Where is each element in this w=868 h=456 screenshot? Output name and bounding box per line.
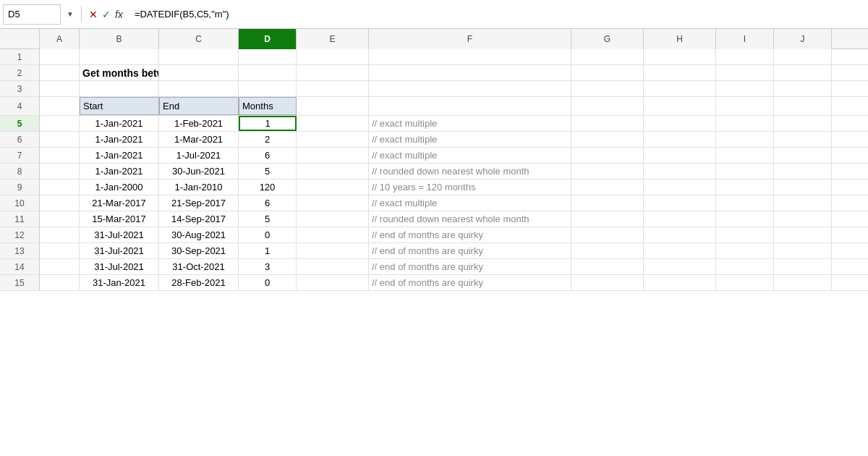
cell-c4-header[interactable]: End (159, 97, 239, 115)
cell-i14[interactable] (716, 259, 774, 274)
cell-f8-comment[interactable]: // rounded down nearest whole month (369, 164, 571, 179)
cell-j9[interactable] (774, 180, 832, 195)
cell-c2[interactable] (159, 65, 239, 80)
cell-j2[interactable] (774, 65, 832, 80)
cell-j10[interactable] (774, 195, 832, 211)
cell-b11[interactable]: 15-Mar-2017 (80, 211, 159, 227)
cell-h2[interactable] (644, 65, 716, 80)
cell-g3[interactable] (571, 81, 644, 96)
cell-d3[interactable] (239, 81, 297, 96)
cell-f11-comment[interactable]: // rounded down nearest whole month (369, 211, 571, 227)
cell-i10[interactable] (716, 195, 774, 211)
cell-b7[interactable]: 1-Jan-2021 (80, 148, 159, 163)
cell-a6[interactable] (40, 132, 80, 147)
cell-d12[interactable]: 0 (239, 227, 297, 242)
cell-d6[interactable]: 2 (239, 132, 297, 147)
cell-h3[interactable] (644, 81, 716, 96)
cell-d5-active[interactable]: 1 (239, 116, 297, 131)
cell-d10[interactable]: 6 (239, 195, 297, 211)
cell-h4[interactable] (644, 97, 716, 115)
cell-d14[interactable]: 3 (239, 259, 297, 274)
cell-j8[interactable] (774, 164, 832, 179)
cell-f5-comment[interactable]: // exact multiple (369, 116, 571, 131)
cell-i1[interactable] (716, 49, 774, 64)
cell-j11[interactable] (774, 211, 832, 227)
cell-j1[interactable] (774, 49, 832, 64)
cell-g15[interactable] (571, 275, 644, 290)
cell-g6[interactable] (571, 132, 644, 147)
cancel-formula-icon[interactable]: ✕ (89, 9, 98, 20)
cell-d15[interactable]: 0 (239, 275, 297, 290)
cell-b5[interactable]: 1-Jan-2021 (80, 116, 159, 131)
cell-a7[interactable] (40, 148, 80, 163)
cell-a11[interactable] (40, 211, 80, 227)
cell-c11[interactable]: 14-Sep-2017 (159, 211, 239, 227)
cell-a13[interactable] (40, 243, 80, 258)
cell-a12[interactable] (40, 227, 80, 242)
cell-a8[interactable] (40, 164, 80, 179)
cell-b4-header[interactable]: Start (80, 97, 159, 115)
cell-g13[interactable] (571, 243, 644, 258)
cell-i13[interactable] (716, 243, 774, 258)
cell-f2[interactable] (369, 65, 571, 80)
confirm-formula-icon[interactable]: ✓ (102, 9, 111, 20)
cell-a14[interactable] (40, 259, 80, 274)
cell-c6[interactable]: 1-Mar-2021 (159, 132, 239, 147)
cell-b1[interactable] (80, 49, 159, 64)
cell-g12[interactable] (571, 227, 644, 242)
col-header-b[interactable]: B (80, 29, 159, 49)
cell-h14[interactable] (644, 259, 716, 274)
cell-e6[interactable] (297, 132, 369, 147)
cell-c5[interactable]: 1-Feb-2021 (159, 116, 239, 131)
cell-f1[interactable] (369, 49, 571, 64)
cell-b9[interactable]: 1-Jan-2000 (80, 180, 159, 195)
cell-j3[interactable] (774, 81, 832, 96)
cell-e13[interactable] (297, 243, 369, 258)
cell-i6[interactable] (716, 132, 774, 147)
cell-c3[interactable] (159, 81, 239, 96)
cell-g5[interactable] (571, 116, 644, 131)
cell-h15[interactable] (644, 275, 716, 290)
cell-b12[interactable]: 31-Jul-2021 (80, 227, 159, 242)
cell-d9[interactable]: 120 (239, 180, 297, 195)
cell-h7[interactable] (644, 148, 716, 163)
cell-a4[interactable] (40, 97, 80, 115)
cell-e5[interactable] (297, 116, 369, 131)
cell-i8[interactable] (716, 164, 774, 179)
cell-i3[interactable] (716, 81, 774, 96)
cell-j6[interactable] (774, 132, 832, 147)
cell-d8[interactable]: 5 (239, 164, 297, 179)
cell-h11[interactable] (644, 211, 716, 227)
cell-e14[interactable] (297, 259, 369, 274)
cell-b13[interactable]: 31-Jul-2021 (80, 243, 159, 258)
col-header-a[interactable]: A (40, 29, 80, 49)
cell-a1[interactable] (40, 49, 80, 64)
cell-b6[interactable]: 1-Jan-2021 (80, 132, 159, 147)
cell-j13[interactable] (774, 243, 832, 258)
cell-e12[interactable] (297, 227, 369, 242)
cell-j12[interactable] (774, 227, 832, 242)
cell-d2[interactable] (239, 65, 297, 80)
cell-c8[interactable]: 30-Jun-2021 (159, 164, 239, 179)
cell-reference-box[interactable]: D5 (3, 4, 61, 25)
cell-b8[interactable]: 1-Jan-2021 (80, 164, 159, 179)
cell-b14[interactable]: 31-Jul-2021 (80, 259, 159, 274)
cell-f3[interactable] (369, 81, 571, 96)
cell-f6-comment[interactable]: // exact multiple (369, 132, 571, 147)
cell-f4[interactable] (369, 97, 571, 115)
cell-i5[interactable] (716, 116, 774, 131)
cell-i9[interactable] (716, 180, 774, 195)
cell-c13[interactable]: 30-Sep-2021 (159, 243, 239, 258)
cell-g1[interactable] (571, 49, 644, 64)
cell-h8[interactable] (644, 164, 716, 179)
cell-c12[interactable]: 30-Aug-2021 (159, 227, 239, 242)
cell-f12-comment[interactable]: // end of months are quirky (369, 227, 571, 242)
cell-g11[interactable] (571, 211, 644, 227)
col-header-h[interactable]: H (644, 29, 716, 49)
formula-input[interactable] (132, 4, 865, 25)
col-header-c[interactable]: C (159, 29, 239, 49)
cell-ref-dropdown[interactable]: ▼ (64, 10, 77, 18)
cell-d1[interactable] (239, 49, 297, 64)
cell-j14[interactable] (774, 259, 832, 274)
cell-i7[interactable] (716, 148, 774, 163)
